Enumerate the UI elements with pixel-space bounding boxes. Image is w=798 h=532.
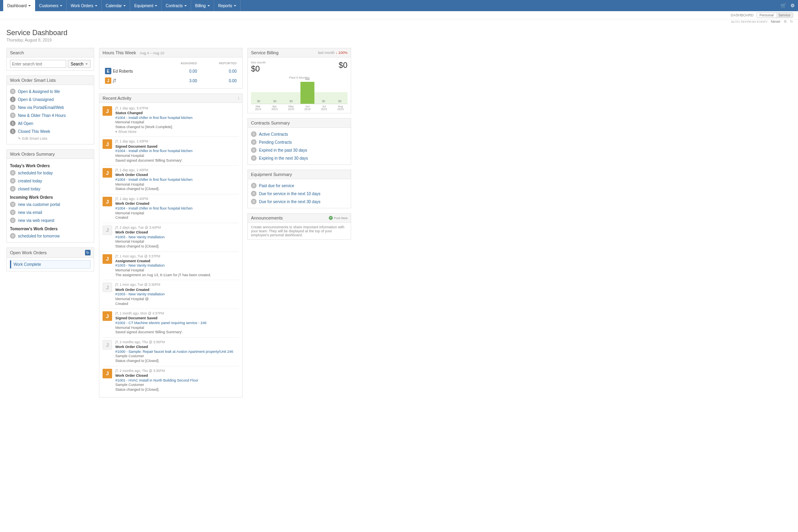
activity-sub: Status changed to [Closed]. (115, 388, 239, 392)
equipment-link[interactable]: Due for service in the next 30 days (259, 200, 320, 204)
search-input[interactable] (10, 60, 66, 68)
wo-summary-item[interactable]: 0scheduled for today (10, 169, 91, 177)
smart-list-link[interactable]: Open & Assigned to Me (18, 89, 60, 94)
wo-summary-item[interactable]: 0new via email (10, 208, 91, 216)
avatar: J (103, 283, 112, 292)
wo-summary-link[interactable]: created today (18, 179, 42, 183)
toggle-personal[interactable]: Personal (757, 13, 776, 18)
contracts-head: Contracts Summary (248, 119, 351, 128)
nav-tab-calendar[interactable]: Calendar (102, 0, 130, 11)
wo-summary-link[interactable]: new via customer portal (18, 202, 60, 207)
hours-assigned[interactable]: 3.00 (162, 76, 199, 85)
search-button[interactable]: Search (68, 60, 91, 68)
equipment-item[interactable]: 0Due for service in the next 30 days (251, 198, 348, 206)
activity-link[interactable]: #1004 - Install chiller in first floor h… (115, 149, 193, 153)
nav-tab-billing[interactable]: Billing (191, 0, 214, 11)
contracts-item[interactable]: 0Expiring in the next 30 days (251, 154, 348, 162)
auto-refresh-value[interactable]: Never (771, 20, 780, 24)
activity-link[interactable]: #1004 - Install chiller in first floor h… (115, 116, 193, 120)
hours-reported[interactable]: 0.00 (200, 67, 238, 75)
smart-list-link[interactable]: Open & Unassigned (18, 97, 54, 102)
activity-title: Assignment Created (115, 259, 239, 264)
smart-list-item[interactable]: 1Open & Unassigned (10, 95, 91, 103)
spark-x-label: Jul2019 (317, 105, 331, 111)
activity-title: Work Order Created (115, 288, 239, 293)
activity-link[interactable]: #1003 - New Vanity Installation (115, 263, 164, 267)
toggle-service[interactable]: Service (776, 13, 793, 18)
smart-list-item[interactable]: 0New & Older Than 4 Hours (10, 111, 91, 119)
contracts-link[interactable]: Active Contracts (259, 132, 288, 136)
avatar: J (103, 168, 112, 178)
smart-list-item[interactable]: 0New via Portal/Email/Web (10, 103, 91, 111)
dashboard-toggle-label: DASHBOARD (731, 13, 753, 17)
cart-icon[interactable]: 🛒 (780, 3, 786, 8)
refresh-now-icon[interactable]: ↻ (790, 20, 793, 24)
show-more-link[interactable]: ▾ Show More (115, 130, 239, 134)
activity-link[interactable]: #1001 - HVAC Install in North Building S… (115, 378, 198, 382)
equipment-item[interactable]: 0Past due for service (251, 182, 348, 190)
contracts-item[interactable]: 0Expired in the past 30 days (251, 146, 348, 154)
count-badge: 0 (10, 202, 16, 207)
search-panel: Search Search (6, 48, 94, 71)
info-icon[interactable]: i (238, 96, 239, 101)
smart-list-item[interactable]: 1Closed This Week (10, 127, 91, 135)
nav-tabs: Dashboard Customers Work Orders Calendar… (3, 0, 241, 11)
smart-list-item[interactable]: 0Open & Assigned to Me (10, 87, 91, 95)
smart-list-link[interactable]: All Open (18, 121, 33, 126)
gear-icon[interactable]: ⚙ (790, 3, 795, 8)
activity-link[interactable]: #1003 - New Vanity Installation (115, 292, 164, 296)
nav-tab-customers[interactable]: Customers (35, 0, 67, 11)
refresh-settings-icon[interactable]: ⚙ (784, 20, 787, 24)
wo-summary-link[interactable]: scheduled for tomorrow (18, 234, 60, 238)
nav-tab-equipment[interactable]: Equipment (130, 0, 162, 11)
activity-item: JjT, 1 mon ago, Tue @ 3:30PMWork Order C… (103, 280, 239, 309)
equipment-item[interactable]: 0Due for service in the next 10 days (251, 190, 348, 198)
billing-this-month-value: $0 (251, 64, 260, 73)
hours-range: Aug 4 – Aug 10 (140, 51, 164, 55)
hours-panel: Hours This Week Aug 4 – Aug 10 ASSIGNED … (99, 48, 243, 89)
wo-summary-item[interactable]: 0scheduled for tomorrow (10, 232, 91, 240)
activity-link[interactable]: #1004 - Install chiller in first floor h… (115, 206, 193, 210)
activity-meta: jT, 1 day ago, 1:40PM (115, 168, 239, 172)
wo-summary-link[interactable]: new via web request (18, 218, 54, 223)
activity-meta: jT, 2 days ago, Tue @ 3:40PM (115, 225, 239, 230)
smart-list-link[interactable]: New via Portal/Email/Web (18, 105, 64, 110)
contracts-item[interactable]: 0Pending Contracts (251, 138, 348, 146)
contracts-link[interactable]: Expiring in the next 30 days (259, 156, 308, 160)
nav-tab-dashboard[interactable]: Dashboard (3, 0, 35, 11)
wo-summary-item[interactable]: 0new via customer portal (10, 200, 91, 208)
equipment-link[interactable]: Due for service in the next 10 days (259, 192, 320, 196)
nav-tab-reports[interactable]: Reports (214, 0, 241, 11)
activity-link[interactable]: #1003 - New Vanity Installation (115, 235, 164, 239)
hours-reported[interactable]: 0.00 (200, 76, 238, 85)
spark-bar-label: $0 (284, 100, 298, 103)
avatar: J (103, 254, 112, 264)
wo-summary-link[interactable]: closed today (18, 187, 40, 191)
wo-summary-item[interactable]: 0closed today (10, 185, 91, 193)
wo-summary-item[interactable]: 0created today (10, 177, 91, 185)
edit-smart-lists-link[interactable]: ✎ Edit Smart Lists (18, 136, 47, 140)
wo-summary-link[interactable]: new via email (18, 210, 42, 215)
equipment-link[interactable]: Past due for service (259, 184, 294, 188)
spark-x-label: Apr2019 (267, 105, 281, 111)
activity-link[interactable]: #1000 - Sample: Repair faucet leak at Av… (115, 350, 233, 354)
wo-summary-link[interactable]: scheduled for today (18, 171, 53, 175)
hours-assigned[interactable]: 0.00 (162, 67, 199, 75)
smart-list-link[interactable]: Closed This Week (18, 129, 50, 134)
contracts-link[interactable]: Expired in the past 30 days (259, 148, 307, 152)
contracts-link[interactable]: Pending Contracts (259, 140, 292, 144)
activity-link[interactable]: #1002 - CT Machine electric panel requir… (115, 321, 206, 325)
open-wo-item[interactable]: Work Complete (10, 260, 91, 269)
nav-tab-work-orders[interactable]: Work Orders (67, 0, 102, 11)
wo-summary-item[interactable]: 0new via web request (10, 216, 91, 224)
activity-link[interactable]: #1004 - Install chiller in first floor h… (115, 178, 193, 182)
count-badge: 1 (10, 121, 16, 126)
auto-refresh-label: AUTO REFRESH EVERY (731, 20, 768, 24)
smart-list-item[interactable]: 1All Open (10, 119, 91, 127)
post-new-button[interactable]: +Post New (329, 216, 348, 220)
smart-list-link[interactable]: New & Older Than 4 Hours (18, 113, 66, 118)
activity-meta: jT, 1 day ago, 1:43PM (115, 139, 239, 144)
refresh-icon[interactable]: ↻ (85, 250, 91, 255)
contracts-item[interactable]: 0Active Contracts (251, 130, 348, 138)
nav-tab-contracts[interactable]: Contracts (162, 0, 191, 11)
